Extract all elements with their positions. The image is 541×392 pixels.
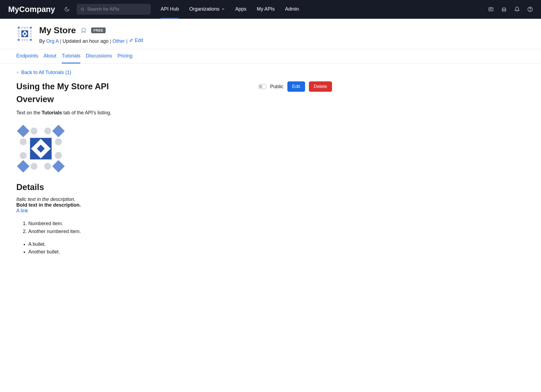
- nav-right: [488, 7, 533, 12]
- by-label: By: [39, 38, 45, 44]
- list-item: A bullet.: [28, 240, 332, 248]
- inbox-button[interactable]: [501, 7, 507, 12]
- moon-icon: [64, 7, 70, 12]
- svg-point-26: [44, 128, 51, 134]
- svg-line-1: [83, 10, 84, 11]
- overview-heading: Overview: [16, 94, 332, 104]
- overview-text-pre: Text on the: [16, 110, 42, 115]
- list-item: Numbered item.: [28, 220, 332, 228]
- svg-point-13: [30, 35, 32, 37]
- svg-point-9: [18, 33, 20, 35]
- svg-rect-33: [17, 125, 29, 137]
- svg-point-11: [30, 30, 32, 32]
- tab-about[interactable]: About: [44, 49, 56, 63]
- nav-organizations[interactable]: Organizations: [189, 0, 225, 19]
- pricing-badge: FREE: [91, 27, 106, 33]
- help-icon: [527, 7, 533, 12]
- svg-rect-35: [17, 160, 29, 173]
- svg-rect-17: [17, 26, 20, 29]
- search-input[interactable]: [87, 7, 147, 12]
- details-bold: Bold text in the description.: [16, 202, 332, 208]
- details-link[interactable]: A link: [16, 208, 28, 214]
- pencil-icon: [129, 38, 133, 43]
- bookmark-button[interactable]: [81, 27, 86, 34]
- svg-point-27: [20, 138, 27, 145]
- svg-point-15: [24, 39, 26, 41]
- search-icon: [81, 7, 84, 11]
- svg-rect-20: [29, 38, 32, 41]
- tab-endpoints[interactable]: Endpoints: [16, 49, 38, 63]
- edit-tutorial-button[interactable]: Edit: [287, 81, 305, 92]
- updated-time: Updated an hour ago: [63, 38, 109, 44]
- org-link[interactable]: Org A: [46, 38, 59, 44]
- svg-point-28: [20, 152, 27, 159]
- tutorial-title-row: Using the My Store API Public Edit Delet…: [16, 81, 332, 92]
- api-tabs: Endpoints About Tutorials Discussions Pr…: [0, 49, 541, 64]
- public-toggle-label: Public: [270, 84, 284, 90]
- back-link-label: Back to All Tutorials (1): [21, 70, 71, 75]
- bookmark-icon: [81, 27, 86, 34]
- back-to-tutorials-link[interactable]: Back to All Tutorials (1): [16, 70, 71, 75]
- svg-point-6: [24, 27, 26, 29]
- toggle-knob: [259, 85, 262, 88]
- overview-text-bold: Tutorials: [42, 110, 62, 115]
- svg-rect-34: [52, 125, 65, 137]
- nav-api-hub[interactable]: API Hub: [161, 0, 179, 19]
- overview-paragraph: Text on the Tutorials tab of the API's l…: [16, 109, 332, 117]
- bullet-list: A bullet. Another bullet.: [16, 240, 332, 256]
- api-logo: [16, 25, 33, 42]
- main-content: Back to All Tutorials (1) Using the My S…: [0, 64, 348, 267]
- bell-icon: [514, 7, 520, 12]
- public-toggle[interactable]: [258, 84, 266, 89]
- svg-point-12: [30, 33, 32, 35]
- overview-text-post: tab of the API's listing.: [62, 110, 112, 115]
- api-title: My Store: [39, 25, 76, 35]
- svg-point-31: [30, 163, 37, 170]
- nav-links: API Hub Organizations Apps My APIs Admin: [161, 0, 299, 19]
- nav-admin[interactable]: Admin: [285, 0, 299, 19]
- tab-discussions[interactable]: Discussions: [86, 49, 112, 63]
- chevron-down-icon: [221, 7, 225, 11]
- chevron-left-icon: [16, 71, 19, 74]
- tab-tutorials[interactable]: Tutorials: [62, 49, 80, 63]
- svg-point-14: [21, 39, 23, 41]
- edit-api-link[interactable]: Edit: [129, 38, 143, 43]
- api-meta: By Org A | Updated an hour ago | Other |…: [39, 38, 143, 44]
- inbox-icon: [501, 7, 507, 12]
- list-item: Another bullet.: [28, 248, 332, 256]
- svg-point-32: [44, 163, 51, 170]
- svg-point-8: [18, 30, 20, 32]
- svg-point-29: [55, 138, 62, 145]
- theme-toggle-button[interactable]: [63, 5, 71, 14]
- numbered-list: Numbered item. Another numbered item.: [16, 220, 332, 235]
- notifications-button[interactable]: [514, 7, 520, 12]
- brand-logo[interactable]: MyCompany: [8, 5, 55, 14]
- svg-point-25: [30, 128, 37, 134]
- svg-point-7: [26, 27, 28, 29]
- search-box[interactable]: [77, 4, 151, 15]
- svg-point-10: [18, 35, 20, 37]
- tutorial-actions: Public Edit Delete: [258, 81, 332, 92]
- message-icon: [488, 7, 494, 12]
- svg-point-16: [26, 39, 28, 41]
- nav-my-apis[interactable]: My APIs: [257, 0, 275, 19]
- svg-point-30: [55, 152, 62, 159]
- svg-rect-36: [52, 160, 65, 173]
- edit-api-label: Edit: [135, 38, 143, 43]
- svg-point-4: [530, 10, 530, 11]
- api-header-info: My Store FREE By Org A | Updated an hour…: [39, 25, 143, 44]
- api-header: My Store FREE By Org A | Updated an hour…: [0, 19, 541, 49]
- category-link[interactable]: Other: [113, 38, 125, 44]
- svg-point-5: [21, 27, 23, 29]
- tutorial-title: Using the My Store API: [16, 82, 109, 91]
- svg-point-0: [81, 8, 84, 10]
- top-nav: MyCompany API Hub Organizations Apps My …: [0, 0, 541, 19]
- tutorial-illustration: [16, 124, 65, 173]
- delete-tutorial-button[interactable]: Delete: [309, 81, 332, 92]
- messages-button[interactable]: [488, 7, 494, 12]
- tab-pricing[interactable]: Pricing: [118, 49, 133, 63]
- nav-apps[interactable]: Apps: [235, 0, 247, 19]
- details-heading: Details: [16, 182, 332, 192]
- help-button[interactable]: [527, 7, 533, 12]
- svg-rect-18: [29, 26, 32, 29]
